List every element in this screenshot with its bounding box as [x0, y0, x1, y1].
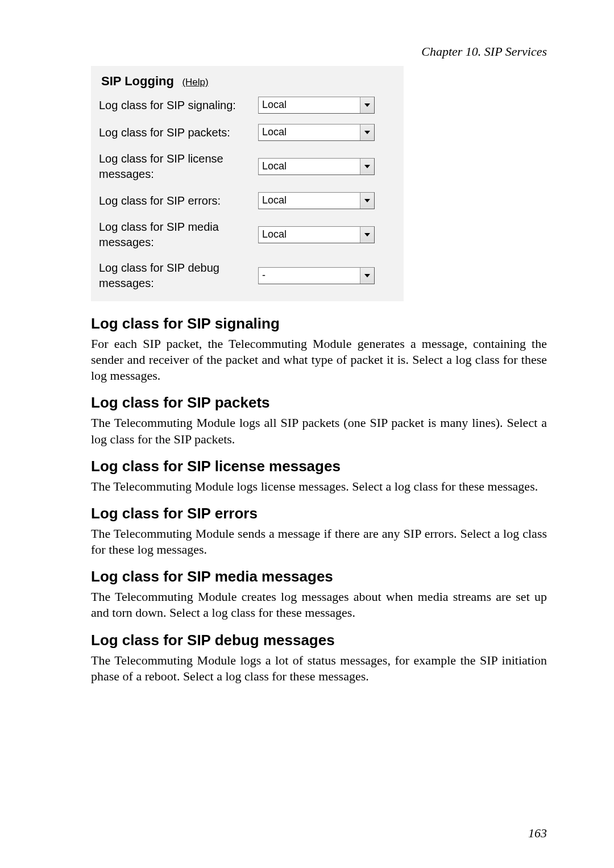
- section-sip-debug: Log class for SIP debug messages The Tel…: [91, 632, 547, 684]
- section-sip-packets: Log class for SIP packets The Telecommut…: [91, 394, 547, 447]
- svg-marker-0: [364, 103, 370, 107]
- select-value: Local: [259, 97, 360, 113]
- row-sip-debug: Log class for SIP debug messages: -: [99, 260, 396, 291]
- select-value: Local: [259, 159, 360, 175]
- section-sip-signaling: Log class for SIP signaling For each SIP…: [91, 315, 547, 384]
- label-sip-license: Log class for SIP license messages:: [99, 151, 258, 182]
- select-value: Local: [259, 227, 360, 243]
- section-heading: Log class for SIP debug messages: [91, 632, 547, 649]
- section-body: For each SIP packet, the Telecommuting M…: [91, 336, 547, 384]
- section-body: The Telecommuting Module logs all SIP pa…: [91, 415, 547, 447]
- select-sip-media[interactable]: Local: [258, 226, 375, 243]
- label-sip-packets: Log class for SIP packets:: [99, 125, 258, 140]
- chevron-down-icon[interactable]: [360, 268, 374, 284]
- row-sip-license: Log class for SIP license messages: Loca…: [99, 151, 396, 182]
- select-sip-errors[interactable]: Local: [258, 192, 375, 209]
- select-sip-packets[interactable]: Local: [258, 124, 375, 141]
- svg-marker-2: [364, 165, 370, 168]
- select-wrap: Local: [258, 97, 375, 114]
- section-sip-license: Log class for SIP license messages The T…: [91, 458, 547, 495]
- panel-title-row: SIP Logging (Help): [101, 74, 396, 89]
- svg-marker-1: [364, 131, 370, 134]
- svg-marker-5: [364, 274, 370, 277]
- select-wrap: Local: [258, 124, 375, 141]
- chevron-down-icon[interactable]: [360, 97, 374, 113]
- chevron-down-icon[interactable]: [360, 193, 374, 209]
- row-sip-packets: Log class for SIP packets: Local: [99, 124, 396, 141]
- page-number: 163: [528, 826, 547, 841]
- label-sip-errors: Log class for SIP errors:: [99, 193, 258, 209]
- section-body: The Telecommuting Module sends a message…: [91, 526, 547, 558]
- page: Chapter 10. SIP Services SIP Logging (He…: [0, 0, 614, 868]
- label-sip-media: Log class for SIP media messages:: [99, 219, 258, 250]
- select-sip-signaling[interactable]: Local: [258, 97, 375, 114]
- select-wrap: -: [258, 267, 375, 284]
- panel-title: SIP Logging: [101, 74, 174, 88]
- section-body: The Telecommuting Module logs license me…: [91, 479, 547, 495]
- section-heading: Log class for SIP packets: [91, 394, 547, 412]
- select-wrap: Local: [258, 226, 375, 243]
- sip-logging-panel: SIP Logging (Help) Log class for SIP sig…: [91, 66, 404, 301]
- row-sip-media: Log class for SIP media messages: Local: [99, 219, 396, 250]
- section-body: The Telecommuting Module logs a lot of s…: [91, 653, 547, 684]
- chevron-down-icon[interactable]: [360, 227, 374, 243]
- section-heading: Log class for SIP errors: [91, 505, 547, 522]
- label-sip-debug: Log class for SIP debug messages:: [99, 260, 258, 291]
- section-sip-media: Log class for SIP media messages The Tel…: [91, 568, 547, 621]
- label-sip-signaling: Log class for SIP signaling:: [99, 98, 258, 113]
- select-wrap: Local: [258, 158, 375, 175]
- svg-marker-3: [364, 199, 370, 202]
- help-link[interactable]: (Help): [182, 77, 208, 88]
- section-body: The Telecommuting Module creates log mes…: [91, 589, 547, 621]
- select-value: -: [259, 268, 360, 284]
- row-sip-signaling: Log class for SIP signaling: Local: [99, 97, 396, 114]
- select-sip-license[interactable]: Local: [258, 158, 375, 175]
- select-value: Local: [259, 193, 360, 209]
- chevron-down-icon[interactable]: [360, 124, 374, 140]
- section-heading: Log class for SIP license messages: [91, 458, 547, 475]
- section-sip-errors: Log class for SIP errors The Telecommuti…: [91, 505, 547, 558]
- svg-marker-4: [364, 233, 370, 236]
- chevron-down-icon[interactable]: [360, 159, 374, 175]
- section-heading: Log class for SIP media messages: [91, 568, 547, 585]
- chapter-header: Chapter 10. SIP Services: [91, 44, 547, 59]
- section-heading: Log class for SIP signaling: [91, 315, 547, 333]
- row-sip-errors: Log class for SIP errors: Local: [99, 192, 396, 209]
- select-sip-debug[interactable]: -: [258, 267, 375, 284]
- select-value: Local: [259, 124, 360, 140]
- select-wrap: Local: [258, 192, 375, 209]
